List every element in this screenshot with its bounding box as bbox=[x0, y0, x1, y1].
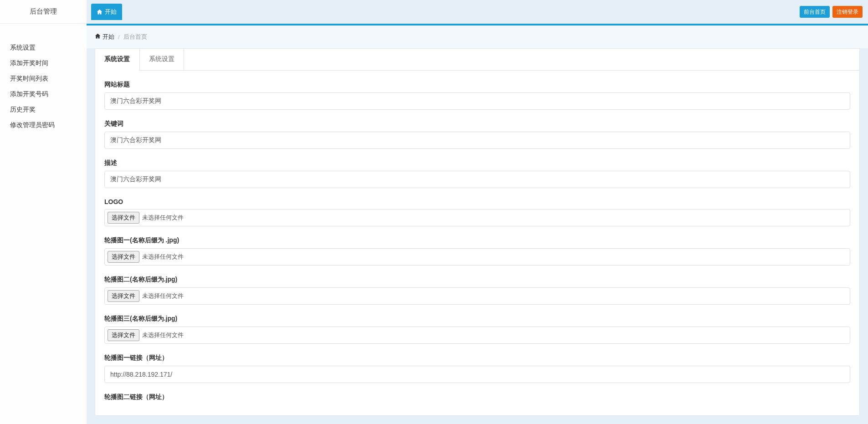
choose-file-button-carousel3[interactable]: 选择文件 bbox=[108, 329, 139, 341]
form-group-keywords: 关键词 bbox=[104, 120, 850, 149]
tab-system-settings-2[interactable]: 系统设置 bbox=[139, 49, 184, 70]
form-group-carousel1: 轮播图一(名称后缀为 .jpg) 选择文件 未选择任何文件 bbox=[104, 236, 850, 266]
front-page-button[interactable]: 前台首页 bbox=[800, 6, 830, 18]
label-carousel2: 轮播图二(名称后缀为.jpg) bbox=[104, 276, 850, 284]
topbar: 开始 前台首页 注销登录 bbox=[87, 0, 868, 24]
sidebar-menu: 系统设置 添加开奖时间 开奖时间列表 添加开奖号码 历史开奖 修改管理员密码 bbox=[0, 24, 87, 133]
form-group-carousel2-link: 轮播图二链接（网址） bbox=[104, 393, 850, 401]
topbar-left: 开始 bbox=[87, 0, 122, 24]
label-carousel2-link: 轮播图二链接（网址） bbox=[104, 393, 850, 401]
choose-file-button-carousel2[interactable]: 选择文件 bbox=[108, 290, 139, 302]
logout-button[interactable]: 注销登录 bbox=[832, 6, 863, 18]
input-keywords[interactable] bbox=[104, 132, 850, 149]
sidebar-title: 后台管理 bbox=[0, 0, 87, 24]
breadcrumb-home[interactable]: 开始 bbox=[95, 33, 114, 41]
file-input-carousel1[interactable]: 选择文件 未选择任何文件 bbox=[104, 248, 850, 266]
form-group-site-title: 网站标题 bbox=[104, 81, 850, 110]
form-group-carousel3: 轮播图三(名称后缀为.jpg) 选择文件 未选择任何文件 bbox=[104, 315, 850, 344]
sidebar-item-draw-time-list[interactable]: 开奖时间列表 bbox=[0, 71, 87, 87]
sidebar-item-add-draw-time[interactable]: 添加开奖时间 bbox=[0, 56, 87, 71]
sidebar-item-change-admin-password[interactable]: 修改管理员密码 bbox=[0, 117, 87, 133]
choose-file-button-logo[interactable]: 选择文件 bbox=[108, 212, 139, 224]
tab-start-label: 开始 bbox=[105, 8, 117, 16]
input-site-title[interactable] bbox=[104, 92, 850, 110]
home-icon bbox=[95, 33, 101, 41]
tab-start[interactable]: 开始 bbox=[91, 4, 122, 20]
main-content: 开始 前台首页 注销登录 开始 / 后台首页 系统设置 系统设置 bbox=[87, 0, 868, 424]
file-status-carousel1: 未选择任何文件 bbox=[142, 253, 184, 261]
breadcrumb-separator: / bbox=[118, 34, 120, 41]
input-description[interactable] bbox=[104, 171, 850, 188]
breadcrumb: 开始 / 后台首页 bbox=[87, 26, 868, 48]
sidebar-item-system-settings[interactable]: 系统设置 bbox=[0, 40, 87, 56]
sidebar-item-add-draw-number[interactable]: 添加开奖号码 bbox=[0, 87, 87, 102]
label-site-title: 网站标题 bbox=[104, 81, 850, 89]
form-group-logo: LOGO 选择文件 未选择任何文件 bbox=[104, 198, 850, 226]
file-input-logo[interactable]: 选择文件 未选择任何文件 bbox=[104, 209, 850, 226]
file-status-carousel2: 未选择任何文件 bbox=[142, 292, 184, 300]
breadcrumb-current: 后台首页 bbox=[123, 33, 147, 41]
form-group-carousel2: 轮播图二(名称后缀为.jpg) 选择文件 未选择任何文件 bbox=[104, 276, 850, 305]
label-carousel3: 轮播图三(名称后缀为.jpg) bbox=[104, 315, 850, 323]
file-status-carousel3: 未选择任何文件 bbox=[142, 331, 184, 339]
tab-content: 网站标题 关键词 描述 LOGO 选择文件 未选择任何文件 bbox=[95, 81, 859, 414]
choose-file-button-carousel1[interactable]: 选择文件 bbox=[108, 251, 139, 263]
tabs: 系统设置 系统设置 bbox=[95, 49, 859, 71]
panel: 系统设置 系统设置 网站标题 关键词 描述 LOGO bbox=[95, 48, 860, 416]
tab-system-settings-1[interactable]: 系统设置 bbox=[95, 49, 139, 71]
file-status-logo: 未选择任何文件 bbox=[142, 214, 184, 222]
label-keywords: 关键词 bbox=[104, 120, 850, 128]
label-logo: LOGO bbox=[104, 198, 850, 205]
form-group-description: 描述 bbox=[104, 159, 850, 188]
file-input-carousel2[interactable]: 选择文件 未选择任何文件 bbox=[104, 287, 850, 305]
label-carousel1: 轮播图一(名称后缀为 .jpg) bbox=[104, 236, 850, 245]
breadcrumb-home-label: 开始 bbox=[103, 33, 114, 41]
sidebar-item-history-draw[interactable]: 历史开奖 bbox=[0, 102, 87, 117]
form-group-carousel1-link: 轮播图一链接（网址） bbox=[104, 354, 850, 383]
topbar-right: 前台首页 注销登录 bbox=[800, 6, 863, 18]
file-input-carousel3[interactable]: 选择文件 未选择任何文件 bbox=[104, 327, 850, 344]
input-carousel1-link[interactable] bbox=[104, 366, 850, 383]
label-carousel1-link: 轮播图一链接（网址） bbox=[104, 354, 850, 362]
home-icon bbox=[97, 9, 103, 15]
sidebar: 后台管理 系统设置 添加开奖时间 开奖时间列表 添加开奖号码 历史开奖 修改管理… bbox=[0, 0, 87, 424]
label-description: 描述 bbox=[104, 159, 850, 167]
